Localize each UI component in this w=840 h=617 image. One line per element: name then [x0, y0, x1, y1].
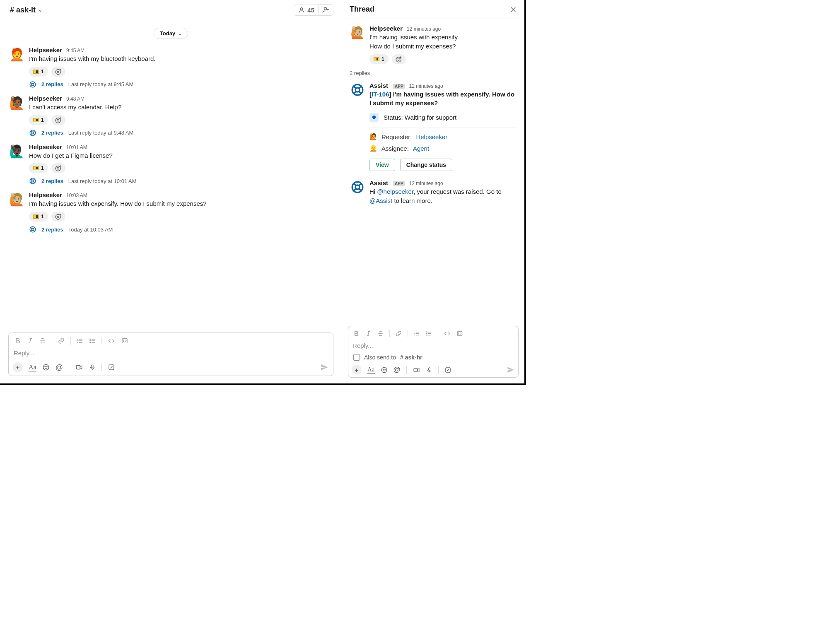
- emoji-icon[interactable]: [42, 364, 50, 371]
- svg-point-43: [381, 367, 387, 373]
- add-reaction-button[interactable]: [392, 54, 406, 64]
- assist-avatar[interactable]: [350, 82, 365, 98]
- send-button[interactable]: [320, 363, 329, 372]
- svg-point-22: [90, 339, 91, 340]
- reaction-ticket[interactable]: 1: [29, 212, 48, 222]
- video-icon[interactable]: [75, 364, 83, 371]
- avatar[interactable]: 🧑‍🦰: [8, 46, 25, 63]
- timestamp[interactable]: 12 minutes ago: [409, 181, 443, 186]
- link-icon[interactable]: [58, 337, 65, 344]
- timestamp[interactable]: 12 minutes ago: [407, 26, 441, 32]
- status-indicator: [369, 113, 379, 122]
- svg-rect-29: [76, 366, 80, 369]
- reaction-ticket[interactable]: 1: [29, 163, 48, 173]
- add-reaction-button[interactable]: [51, 212, 65, 222]
- svg-point-38: [355, 185, 360, 189]
- date-chip[interactable]: Today ⌄: [154, 28, 188, 39]
- bold-icon[interactable]: [353, 330, 360, 337]
- ordered-list-icon[interactable]: [77, 337, 83, 344]
- mention[interactable]: @Assist: [369, 197, 392, 204]
- author[interactable]: Assist: [369, 82, 388, 89]
- emoji-icon[interactable]: [381, 366, 388, 374]
- app-badge: APP: [393, 84, 405, 89]
- replies-link[interactable]: 2 replies: [41, 178, 63, 184]
- assignee-link[interactable]: Agent: [413, 145, 429, 152]
- mic-icon[interactable]: [89, 364, 96, 371]
- author[interactable]: Helpseeker: [29, 95, 62, 102]
- reply-meta: Last reply today at 10:01 AM: [68, 178, 137, 184]
- reaction-ticket[interactable]: 1: [369, 54, 389, 64]
- channel-title[interactable]: # ask-it ⌄: [10, 6, 42, 14]
- mention-icon[interactable]: @: [393, 366, 401, 374]
- add-reaction-button[interactable]: [51, 115, 65, 125]
- author[interactable]: Assist: [369, 179, 388, 186]
- timestamp[interactable]: 12 minutes ago: [409, 83, 443, 89]
- avatar[interactable]: 🙋🏼: [8, 191, 25, 208]
- requester-link[interactable]: Helpseeker: [416, 133, 447, 140]
- view-button[interactable]: View: [369, 159, 395, 171]
- avatar[interactable]: 🙋🏼: [350, 25, 365, 41]
- bullet-list-icon[interactable]: [89, 337, 96, 344]
- author[interactable]: Helpseeker: [29, 191, 62, 198]
- change-status-button[interactable]: Change status: [400, 159, 452, 171]
- svg-point-3: [57, 71, 58, 71]
- thread-composer[interactable]: Reply... Also send to # ask-hr + Aa @: [348, 326, 519, 378]
- composer-input[interactable]: Reply...: [13, 348, 329, 361]
- author[interactable]: Helpseeker: [369, 25, 403, 32]
- avatar[interactable]: 🙋🏿‍♂️: [8, 143, 25, 160]
- bold-icon[interactable]: [14, 337, 21, 344]
- reaction-ticket[interactable]: 1: [29, 115, 48, 125]
- smile-plus-icon: [395, 55, 403, 63]
- author[interactable]: Helpseeker: [29, 143, 62, 150]
- timestamp[interactable]: 9:48 AM: [66, 96, 84, 102]
- author[interactable]: Helpseeker: [29, 46, 62, 53]
- svg-point-2: [56, 70, 60, 75]
- code-block-icon[interactable]: [121, 337, 128, 344]
- format-toolbar: [13, 336, 329, 348]
- ticket-id[interactable]: IT-106: [372, 91, 389, 98]
- ticket-icon: [33, 215, 39, 219]
- smile-plus-icon: [55, 116, 62, 124]
- add-reaction-button[interactable]: [51, 67, 65, 77]
- bullet-list-icon[interactable]: [426, 330, 432, 337]
- send-button[interactable]: [507, 366, 515, 374]
- mention[interactable]: @helpseeker: [377, 188, 413, 195]
- thread-composer-input[interactable]: Reply...: [352, 340, 515, 353]
- italic-icon[interactable]: [27, 337, 34, 344]
- add-reaction-button[interactable]: [51, 163, 65, 173]
- strike-icon[interactable]: [39, 337, 46, 344]
- close-button[interactable]: [509, 6, 517, 13]
- also-send-checkbox[interactable]: [353, 354, 360, 361]
- strike-icon[interactable]: [377, 330, 384, 337]
- mic-icon[interactable]: [426, 366, 432, 374]
- format-toggle-icon[interactable]: Aa: [367, 366, 375, 374]
- mention-icon[interactable]: @: [56, 363, 63, 372]
- shortcut-icon[interactable]: [444, 366, 451, 374]
- shortcut-icon[interactable]: [108, 364, 115, 371]
- video-icon[interactable]: [413, 366, 420, 374]
- reaction-ticket[interactable]: 1: [29, 67, 48, 77]
- chevron-down-icon: ⌄: [38, 7, 42, 13]
- ordered-list-icon[interactable]: [414, 330, 420, 337]
- timestamp[interactable]: 9:45 AM: [66, 48, 84, 53]
- replies-link[interactable]: 2 replies: [41, 227, 63, 233]
- svg-point-36: [355, 88, 360, 92]
- timestamp[interactable]: 10:01 AM: [66, 145, 87, 150]
- code-icon[interactable]: [108, 337, 115, 344]
- thread-reply: Assist APP 12 minutes ago Hi @helpseeker…: [350, 179, 517, 205]
- members-button[interactable]: 45: [294, 5, 319, 16]
- link-icon[interactable]: [396, 330, 402, 337]
- assist-avatar[interactable]: [350, 179, 365, 195]
- composer[interactable]: Reply... + Aa @: [8, 333, 333, 376]
- format-toggle-icon[interactable]: Aa: [29, 364, 36, 371]
- replies-link[interactable]: 2 replies: [41, 130, 63, 136]
- add-member-button[interactable]: [319, 4, 333, 16]
- code-icon[interactable]: [444, 330, 451, 337]
- avatar[interactable]: 🙋🏾: [8, 95, 25, 111]
- attach-button[interactable]: +: [352, 365, 362, 375]
- italic-icon[interactable]: [365, 330, 372, 337]
- attach-button[interactable]: +: [13, 362, 23, 372]
- replies-link[interactable]: 2 replies: [41, 81, 63, 87]
- code-block-icon[interactable]: [456, 330, 463, 337]
- timestamp[interactable]: 10:03 AM: [66, 193, 87, 198]
